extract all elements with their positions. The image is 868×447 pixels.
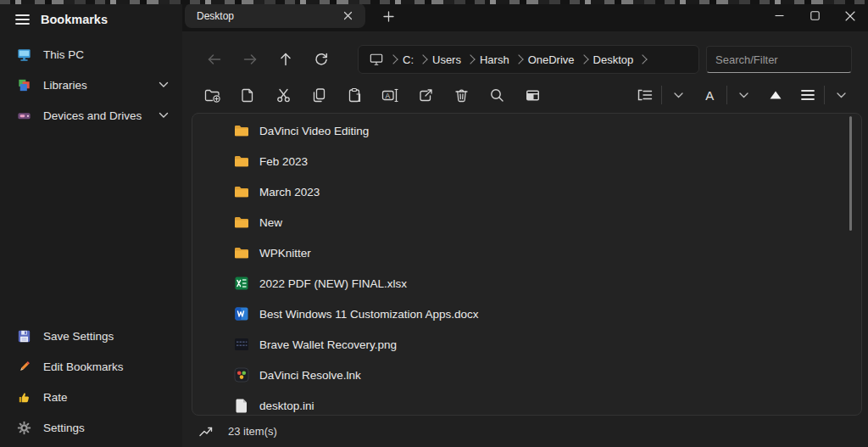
new-file-button[interactable] xyxy=(236,82,259,108)
breadcrumb-segment[interactable]: C: xyxy=(403,53,414,66)
theme-triangle-button[interactable] xyxy=(765,82,786,108)
refresh-icon xyxy=(313,51,330,68)
layout-menu-button[interactable] xyxy=(798,82,818,108)
font-size-button[interactable]: A xyxy=(700,82,721,108)
delete-button[interactable] xyxy=(449,82,473,108)
breadcrumb-chevron-icon xyxy=(388,54,398,64)
layout-menu-dropdown-button[interactable] xyxy=(831,82,851,108)
trash-icon xyxy=(453,87,470,104)
chevron-down-icon xyxy=(739,92,748,98)
chevron-down-icon xyxy=(674,92,683,98)
breadcrumb-chevron-icon xyxy=(465,54,475,64)
file-list: DaVinci Video Editing Feb 2023 March 202… xyxy=(192,114,861,416)
forward-button[interactable] xyxy=(236,45,264,74)
paste-button[interactable] xyxy=(342,82,366,108)
sidebar-item-libraries[interactable]: Libraries xyxy=(0,70,182,100)
file-name: New xyxy=(259,216,282,229)
cut-icon xyxy=(275,87,292,104)
copy-button[interactable] xyxy=(307,82,331,108)
file-row[interactable]: Brave Wallet Recovery.png xyxy=(192,329,861,360)
toolbar-right-group: A xyxy=(635,78,851,112)
file-row[interactable]: Feb 2023 xyxy=(192,146,861,176)
folder-icon xyxy=(233,244,250,261)
back-icon xyxy=(206,51,223,68)
search-icon xyxy=(488,87,506,104)
sidebar-item-edit-bookmarks[interactable]: Edit Bookmarks xyxy=(0,351,182,382)
file-row[interactable]: desktop.ini xyxy=(192,390,861,416)
navigation-row: C: Users Harsh OneDrive Desktop xyxy=(182,42,868,76)
screen-artifact-strip xyxy=(0,0,868,4)
new-file-icon xyxy=(239,87,257,104)
sidebar-item-this-pc[interactable]: This PC xyxy=(0,39,182,70)
file-row[interactable]: March 2023 xyxy=(192,176,861,207)
breadcrumb-segment[interactable]: Harsh xyxy=(480,53,509,66)
refresh-button[interactable] xyxy=(307,45,336,74)
layout-menu-icon xyxy=(800,89,815,101)
breadcrumb-segment[interactable]: Users xyxy=(432,53,461,66)
up-icon xyxy=(277,51,294,68)
floppy-icon xyxy=(16,328,32,344)
breadcrumb-chevron-icon xyxy=(579,54,588,64)
close-icon xyxy=(343,11,353,20)
sidebar-item-settings[interactable]: Settings xyxy=(0,412,182,443)
tab-close-button[interactable] xyxy=(338,7,357,25)
file-row[interactable]: WPKnitter xyxy=(192,237,861,268)
file-row[interactable]: DaVinci Video Editing xyxy=(192,115,861,146)
close-window-button[interactable] xyxy=(832,0,868,31)
minimize-button[interactable] xyxy=(761,0,797,31)
breadcrumb-segment[interactable]: Desktop xyxy=(593,53,634,66)
sidebar-title: Bookmarks xyxy=(41,13,108,26)
new-tab-button[interactable] xyxy=(376,5,401,27)
breadcrumb-segment[interactable]: OneDrive xyxy=(528,53,575,66)
status-bar: 23 item(s) xyxy=(182,416,868,447)
search-input[interactable] xyxy=(706,46,852,73)
up-button[interactable] xyxy=(271,45,300,74)
file-row[interactable]: DaVinci Resolve.lnk xyxy=(192,360,861,390)
close-icon xyxy=(845,11,855,21)
selection-list-dropdown-button[interactable] xyxy=(668,82,688,108)
rename-button[interactable]: A xyxy=(378,82,402,108)
file-icon xyxy=(233,397,250,414)
trending-up-icon[interactable] xyxy=(198,425,214,438)
file-row[interactable]: New xyxy=(192,207,861,237)
minimize-icon xyxy=(775,11,784,20)
sidebar-item-label: Settings xyxy=(43,422,85,434)
sidebar-item-rate[interactable]: Rate xyxy=(0,382,182,412)
maximize-button[interactable] xyxy=(797,0,832,31)
breadcrumb-chevron-icon xyxy=(638,54,648,64)
sidebar-item-label: Rate xyxy=(43,391,68,404)
chevron-down-icon[interactable] xyxy=(159,81,169,88)
file-name: Brave Wallet Recovery.png xyxy=(259,338,397,351)
back-button[interactable] xyxy=(200,45,229,74)
folder-icon xyxy=(233,183,250,200)
sidebar: Bookmarks This PC Libraries Devices and … xyxy=(0,0,182,447)
folder-icon xyxy=(233,153,250,170)
sidebar-item-label: Save Settings xyxy=(43,330,114,343)
davinci-resolve-icon xyxy=(233,366,250,383)
new-folder-button[interactable] xyxy=(200,82,224,108)
cut-button[interactable] xyxy=(271,82,295,108)
computer-icon xyxy=(369,53,384,66)
folder-icon xyxy=(233,122,250,139)
titlebar: Desktop xyxy=(182,0,868,31)
paste-icon xyxy=(346,87,364,104)
details-button[interactable] xyxy=(520,82,544,108)
file-row[interactable]: 2022 PDF (NEW) FINAL.xlsx xyxy=(192,268,861,299)
tab-desktop[interactable]: Desktop xyxy=(185,3,365,28)
search-content-button[interactable] xyxy=(485,82,509,108)
rename-icon: A xyxy=(381,87,399,104)
file-row[interactable]: Best Windows 11 Customization Apps.docx xyxy=(192,299,861,329)
sidebar-header: Bookmarks xyxy=(0,0,182,39)
word-icon xyxy=(233,305,250,322)
chevron-down-icon[interactable] xyxy=(159,112,169,119)
scrollbar-thumb[interactable] xyxy=(849,116,852,231)
maximize-icon xyxy=(810,11,820,20)
hamburger-icon[interactable] xyxy=(15,14,30,25)
share-button[interactable] xyxy=(414,82,437,108)
selection-list-button[interactable] xyxy=(635,82,655,108)
sidebar-item-save-settings[interactable]: Save Settings xyxy=(0,321,182,351)
sidebar-item-devices-and-drives[interactable]: Devices and Drives xyxy=(0,100,182,131)
breadcrumb[interactable]: C: Users Harsh OneDrive Desktop xyxy=(358,45,699,74)
font-size-dropdown-button[interactable] xyxy=(733,82,754,108)
breadcrumb-chevron-icon xyxy=(418,54,427,64)
